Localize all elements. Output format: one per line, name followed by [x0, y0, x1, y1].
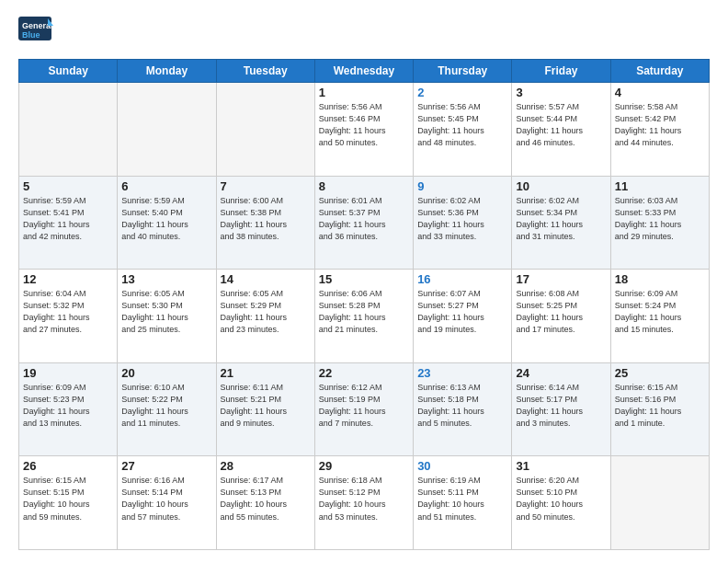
calendar-cell: 3Sunrise: 5:57 AM Sunset: 5:44 PM Daylig… — [512, 83, 610, 177]
day-number: 16 — [417, 272, 507, 286]
day-info: Sunrise: 6:12 AM Sunset: 5:19 PM Dayligh… — [319, 382, 409, 430]
calendar-cell: 27Sunrise: 6:16 AM Sunset: 5:14 PM Dayli… — [118, 456, 216, 550]
calendar-table: SundayMondayTuesdayWednesdayThursdayFrid… — [18, 59, 710, 550]
day-info: Sunrise: 6:10 AM Sunset: 5:22 PM Dayligh… — [121, 382, 211, 430]
calendar-cell: 24Sunrise: 6:14 AM Sunset: 5:17 PM Dayli… — [512, 362, 610, 456]
day-info: Sunrise: 6:01 AM Sunset: 5:37 PM Dayligh… — [319, 195, 409, 243]
weekday-header-saturday: Saturday — [610, 60, 709, 83]
day-info: Sunrise: 6:06 AM Sunset: 5:28 PM Dayligh… — [319, 288, 409, 336]
calendar-cell: 4Sunrise: 5:58 AM Sunset: 5:42 PM Daylig… — [610, 83, 709, 177]
header: General Blue — [18, 17, 710, 50]
calendar-cell: 19Sunrise: 6:09 AM Sunset: 5:23 PM Dayli… — [19, 362, 118, 456]
day-number: 17 — [516, 272, 606, 286]
day-number: 14 — [221, 272, 311, 286]
calendar-cell: 14Sunrise: 6:05 AM Sunset: 5:29 PM Dayli… — [216, 270, 314, 363]
day-number: 27 — [121, 459, 211, 473]
day-info: Sunrise: 6:16 AM Sunset: 5:14 PM Dayligh… — [121, 475, 211, 523]
calendar-cell: 25Sunrise: 6:15 AM Sunset: 5:16 PM Dayli… — [610, 362, 709, 456]
day-info: Sunrise: 6:18 AM Sunset: 5:12 PM Dayligh… — [319, 475, 409, 523]
day-info: Sunrise: 6:09 AM Sunset: 5:23 PM Dayligh… — [23, 382, 113, 430]
day-number: 3 — [516, 86, 606, 99]
day-number: 7 — [221, 179, 311, 193]
calendar-cell: 18Sunrise: 6:09 AM Sunset: 5:24 PM Dayli… — [610, 270, 709, 363]
day-number: 4 — [615, 86, 705, 99]
calendar-cell: 6Sunrise: 5:59 AM Sunset: 5:40 PM Daylig… — [118, 176, 216, 270]
calendar-week-row: 26Sunrise: 6:15 AM Sunset: 5:15 PM Dayli… — [19, 456, 710, 550]
calendar-cell: 7Sunrise: 6:00 AM Sunset: 5:38 PM Daylig… — [216, 176, 314, 270]
day-info: Sunrise: 6:02 AM Sunset: 5:36 PM Dayligh… — [417, 195, 507, 243]
calendar-cell: 16Sunrise: 6:07 AM Sunset: 5:27 PM Dayli… — [414, 270, 512, 363]
day-number: 11 — [615, 179, 705, 193]
day-number: 29 — [319, 459, 409, 473]
calendar-cell: 13Sunrise: 6:05 AM Sunset: 5:30 PM Dayli… — [118, 270, 216, 363]
day-number: 15 — [319, 272, 409, 286]
weekday-header-row: SundayMondayTuesdayWednesdayThursdayFrid… — [19, 60, 710, 83]
weekday-header-wednesday: Wednesday — [314, 60, 413, 83]
weekday-header-tuesday: Tuesday — [216, 60, 314, 83]
day-info: Sunrise: 5:59 AM Sunset: 5:40 PM Dayligh… — [121, 195, 211, 243]
calendar-cell: 23Sunrise: 6:13 AM Sunset: 5:18 PM Dayli… — [414, 362, 512, 456]
calendar-cell: 11Sunrise: 6:03 AM Sunset: 5:33 PM Dayli… — [610, 176, 709, 270]
calendar-cell: 1Sunrise: 5:56 AM Sunset: 5:46 PM Daylig… — [314, 83, 413, 177]
day-number: 18 — [615, 272, 705, 286]
day-info: Sunrise: 6:15 AM Sunset: 5:16 PM Dayligh… — [615, 382, 705, 430]
calendar-cell: 21Sunrise: 6:11 AM Sunset: 5:21 PM Dayli… — [216, 362, 314, 456]
svg-text:Blue: Blue — [22, 30, 40, 40]
day-info: Sunrise: 6:05 AM Sunset: 5:29 PM Dayligh… — [221, 288, 311, 336]
day-info: Sunrise: 6:09 AM Sunset: 5:24 PM Dayligh… — [615, 288, 705, 336]
day-info: Sunrise: 5:59 AM Sunset: 5:41 PM Dayligh… — [23, 195, 113, 243]
calendar-cell: 2Sunrise: 5:56 AM Sunset: 5:45 PM Daylig… — [414, 83, 512, 177]
calendar-cell: 29Sunrise: 6:18 AM Sunset: 5:12 PM Dayli… — [314, 456, 413, 550]
calendar-week-row: 12Sunrise: 6:04 AM Sunset: 5:32 PM Dayli… — [19, 270, 710, 363]
calendar-cell: 26Sunrise: 6:15 AM Sunset: 5:15 PM Dayli… — [19, 456, 118, 550]
day-info: Sunrise: 6:13 AM Sunset: 5:18 PM Dayligh… — [417, 382, 507, 430]
day-info: Sunrise: 6:20 AM Sunset: 5:10 PM Dayligh… — [516, 475, 606, 523]
day-number: 6 — [121, 179, 211, 193]
day-number: 12 — [23, 272, 113, 286]
weekday-header-friday: Friday — [512, 60, 610, 83]
day-number: 2 — [417, 86, 507, 99]
calendar-cell: 17Sunrise: 6:08 AM Sunset: 5:25 PM Dayli… — [512, 270, 610, 363]
page: General Blue SundayMondayTuesdayWednesda… — [0, 0, 728, 563]
calendar-week-row: 1Sunrise: 5:56 AM Sunset: 5:46 PM Daylig… — [19, 83, 710, 177]
day-info: Sunrise: 6:02 AM Sunset: 5:34 PM Dayligh… — [516, 195, 606, 243]
day-number: 9 — [417, 179, 507, 193]
calendar-cell: 5Sunrise: 5:59 AM Sunset: 5:41 PM Daylig… — [19, 176, 118, 270]
calendar-cell: 28Sunrise: 6:17 AM Sunset: 5:13 PM Dayli… — [216, 456, 314, 550]
calendar-cell — [610, 456, 709, 550]
day-info: Sunrise: 6:14 AM Sunset: 5:17 PM Dayligh… — [516, 382, 606, 430]
calendar-cell — [216, 83, 314, 177]
day-number: 22 — [319, 366, 409, 380]
weekday-header-monday: Monday — [118, 60, 216, 83]
day-number: 25 — [615, 366, 705, 380]
day-number: 26 — [23, 459, 113, 473]
day-info: Sunrise: 6:07 AM Sunset: 5:27 PM Dayligh… — [417, 288, 507, 336]
day-number: 5 — [23, 179, 113, 193]
day-number: 30 — [417, 459, 507, 473]
weekday-header-sunday: Sunday — [19, 60, 118, 83]
calendar-cell: 8Sunrise: 6:01 AM Sunset: 5:37 PM Daylig… — [314, 176, 413, 270]
day-info: Sunrise: 5:57 AM Sunset: 5:44 PM Dayligh… — [516, 101, 606, 149]
day-number: 23 — [417, 366, 507, 380]
day-number: 1 — [319, 86, 409, 99]
calendar-cell — [19, 83, 118, 177]
day-number: 20 — [121, 366, 211, 380]
day-info: Sunrise: 6:08 AM Sunset: 5:25 PM Dayligh… — [516, 288, 606, 336]
day-info: Sunrise: 6:19 AM Sunset: 5:11 PM Dayligh… — [417, 475, 507, 523]
day-number: 10 — [516, 179, 606, 193]
day-number: 24 — [516, 366, 606, 380]
calendar-cell — [118, 83, 216, 177]
calendar-week-row: 19Sunrise: 6:09 AM Sunset: 5:23 PM Dayli… — [19, 362, 710, 456]
calendar-cell: 20Sunrise: 6:10 AM Sunset: 5:22 PM Dayli… — [118, 362, 216, 456]
day-number: 28 — [221, 459, 311, 473]
day-info: Sunrise: 5:56 AM Sunset: 5:45 PM Dayligh… — [417, 101, 507, 149]
weekday-header-thursday: Thursday — [414, 60, 512, 83]
day-info: Sunrise: 6:11 AM Sunset: 5:21 PM Dayligh… — [221, 382, 311, 430]
logo: General Blue — [18, 17, 53, 50]
day-number: 8 — [319, 179, 409, 193]
day-number: 19 — [23, 366, 113, 380]
day-number: 13 — [121, 272, 211, 286]
calendar-cell: 30Sunrise: 6:19 AM Sunset: 5:11 PM Dayli… — [414, 456, 512, 550]
calendar-cell: 15Sunrise: 6:06 AM Sunset: 5:28 PM Dayli… — [314, 270, 413, 363]
calendar-cell: 22Sunrise: 6:12 AM Sunset: 5:19 PM Dayli… — [314, 362, 413, 456]
